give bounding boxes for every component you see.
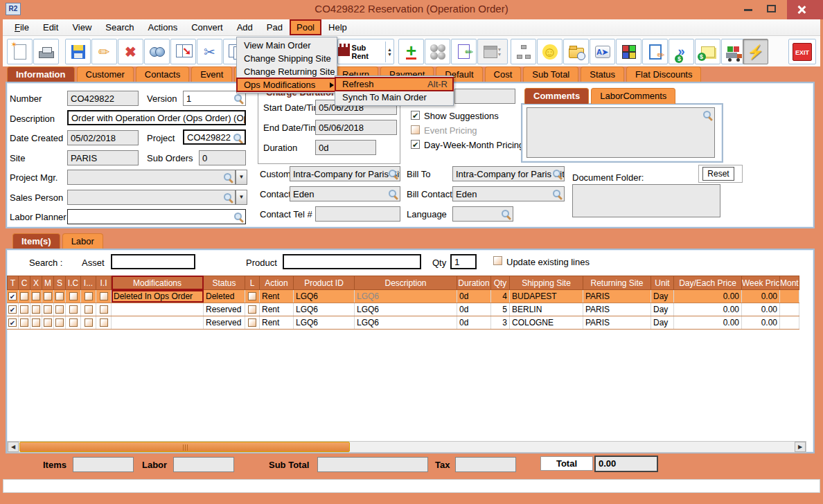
cell-returning_site[interactable]: PARIS [583, 316, 651, 329]
project-search-icon[interactable] [233, 133, 243, 143]
history-folder-button[interactable] [563, 39, 589, 64]
language-field[interactable] [452, 206, 513, 222]
customer-field[interactable]: Intra-Company for Paris Site [290, 166, 400, 181]
date-created-field[interactable]: 05/02/2018 [67, 130, 139, 145]
row-checkbox-m[interactable] [44, 305, 52, 314]
cell-day_each_price[interactable]: 0.00 [674, 303, 742, 316]
menu-file[interactable]: FFileile [8, 20, 35, 35]
exit-button[interactable]: EXIT [788, 39, 816, 64]
row-checkbox-ic[interactable] [69, 318, 78, 327]
qty-input[interactable] [450, 254, 477, 269]
cell-shipping_site[interactable]: COLOGNE [510, 316, 583, 329]
edit-order-button[interactable] [642, 39, 668, 64]
row-checkbox-t[interactable] [8, 305, 17, 314]
cell-qty[interactable]: 4 [491, 290, 510, 303]
cell-action[interactable]: Rent [260, 290, 294, 303]
menu-pool[interactable]: Pool [290, 20, 321, 35]
comments-search-icon[interactable] [702, 110, 713, 120]
row-checkbox-x[interactable] [32, 318, 40, 327]
cell-month_price[interactable] [780, 303, 799, 316]
tab-customer[interactable]: Customer [77, 66, 134, 82]
column-header-ic[interactable]: I.C [66, 276, 81, 290]
column-header-x[interactable]: X [30, 276, 42, 290]
labor-planner-field[interactable] [67, 209, 246, 224]
resource-groups-button[interactable] [425, 39, 450, 64]
cell-day_each_price[interactable]: 0.00 [674, 316, 742, 329]
update-existing-checkbox[interactable] [493, 256, 502, 265]
row-checkbox-c[interactable] [20, 292, 28, 300]
cell-unit[interactable]: Day [651, 290, 674, 303]
project-mgr-dropdown[interactable]: ▼ [236, 170, 247, 185]
cell-day_each_price[interactable]: 0.00 [674, 290, 742, 303]
cell-modifications[interactable] [112, 316, 204, 329]
cell-description[interactable]: LGQ6 [355, 316, 457, 329]
row-checkbox-l[interactable] [248, 318, 256, 327]
table-row[interactable]: ReservedRentLGQ6LGQ60d3COLOGNEPARISDay0.… [7, 316, 799, 330]
cell-returning_site[interactable]: PARIS [583, 290, 651, 303]
contact-search-icon[interactable] [388, 189, 398, 199]
row-checkbox-ic[interactable] [69, 292, 78, 300]
row-checkbox-ii[interactable] [100, 292, 108, 300]
comments-textarea[interactable] [526, 107, 715, 158]
cell-returning_site[interactable]: PARIS [583, 303, 651, 316]
row-checkbox-s[interactable] [55, 292, 64, 300]
menu-search[interactable]: Search [99, 20, 140, 35]
cell-status[interactable]: Deleted [204, 290, 245, 303]
row-checkbox-ii[interactable] [100, 305, 108, 314]
tab-cost[interactable]: Cost [485, 66, 522, 82]
copy-to-new-button[interactable] [170, 39, 196, 64]
row-checkbox-c[interactable] [20, 318, 28, 327]
project-mgr-search-icon[interactable] [223, 172, 233, 183]
cell-shipping_site[interactable]: BUDAPEST [510, 290, 583, 303]
find-button[interactable] [144, 39, 170, 64]
scroll-left-icon[interactable]: ◀ [8, 442, 19, 452]
tab-information[interactable]: Information [7, 66, 75, 82]
site-field[interactable]: PARIS [67, 150, 139, 165]
calendar-button[interactable]: ▼▼ [477, 39, 508, 64]
column-header-month_price[interactable]: Month Price [780, 276, 799, 290]
cell-status[interactable]: Reserved [204, 316, 245, 329]
row-checkbox-c[interactable] [20, 305, 28, 314]
column-header-s[interactable]: S [54, 276, 66, 290]
menu-item-change-shipping-site[interactable]: Change Shipping Site [237, 52, 337, 65]
cell-month_price[interactable] [780, 290, 799, 303]
menu-item-ops-modifications[interactable]: Ops Modifications [237, 78, 337, 91]
column-header-qty[interactable]: Qty [491, 276, 510, 290]
column-header-status[interactable]: Status [204, 276, 245, 290]
cell-unit[interactable]: Day [651, 303, 674, 316]
tab-flat-discounts[interactable]: Flat Discounts [626, 66, 701, 82]
bill-contact-search-icon[interactable] [552, 189, 563, 199]
table-row[interactable]: ReservedRentLGQ6LGQ60d5BERLINPARISDay0.0… [7, 303, 799, 316]
cell-unit[interactable]: Day [651, 316, 674, 329]
cell-description[interactable]: LGQ6 [355, 303, 457, 316]
row-checkbox-idot[interactable] [85, 318, 93, 327]
contact-tel-field[interactable] [315, 206, 400, 222]
cell-product_id[interactable]: LGQ6 [294, 290, 355, 303]
column-header-duration[interactable]: Duration [457, 276, 491, 290]
sales-person-search-icon[interactable] [223, 192, 233, 203]
row-checkbox-x[interactable] [32, 292, 40, 300]
event-pricing-checkbox[interactable] [411, 125, 420, 134]
column-header-description[interactable]: Description [355, 276, 457, 290]
row-checkbox-s[interactable] [55, 318, 64, 327]
project-field[interactable]: CO429822 [183, 129, 246, 145]
row-checkbox-l[interactable] [248, 305, 256, 314]
menu-convert[interactable]: Convert [185, 20, 229, 35]
delete-button[interactable]: ✖ [118, 39, 143, 64]
save-button[interactable] [65, 39, 91, 64]
column-header-l[interactable]: L [245, 276, 260, 290]
edit-button[interactable]: ✏ [91, 39, 117, 64]
duration-field[interactable]: 0d [315, 140, 376, 155]
row-checkbox-ii[interactable] [100, 318, 108, 327]
scrollbar-thumb[interactable] [19, 442, 350, 452]
version-search-icon[interactable] [233, 93, 244, 104]
menu-help[interactable]: Help [322, 20, 353, 35]
dwm-pricing-checkbox[interactable] [411, 140, 420, 149]
minimize-icon[interactable] [744, 9, 752, 11]
cell-action[interactable]: Rent [260, 303, 294, 316]
cell-duration[interactable]: 0d [457, 303, 491, 316]
tab-comments[interactable]: Comments [524, 88, 589, 104]
sub-rent-spinner[interactable]: ▲▼ [385, 42, 393, 62]
menu-item-view-main-order[interactable]: View Main Order [237, 39, 337, 52]
column-header-modifications[interactable]: Modifications [112, 276, 204, 290]
